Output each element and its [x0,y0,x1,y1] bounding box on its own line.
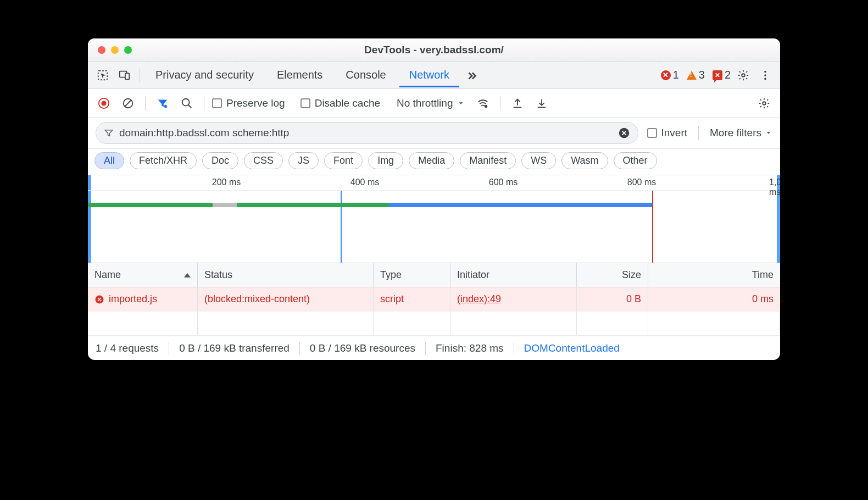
svg-point-11 [164,104,168,108]
issue-count-badge[interactable]: ✕2 [713,69,731,81]
warning-count: 3 [699,69,705,81]
minimize-window[interactable] [111,46,119,54]
chevron-down-icon [765,129,772,137]
separator [145,96,146,110]
more-filters-button[interactable]: More filters [710,127,772,139]
cell-name: imported.js [109,293,157,305]
filter-input[interactable]: domain:http.badssl.com scheme:http [96,122,638,144]
empty-row [88,312,780,336]
overview-bar [389,203,652,207]
settings-icon[interactable] [734,66,753,85]
devtools-window: DevTools - very.badssl.com/ Privacy and … [88,38,780,360]
more-tabs-icon[interactable] [463,66,481,85]
invert-label: Invert [661,127,688,139]
overview-bar [237,203,389,207]
filter-text: domain:http.badssl.com scheme:http [119,127,289,139]
request-row[interactable]: imported.js(blocked:mixed-content)script… [88,287,780,312]
network-toolbar: Preserve log Disable cache No throttling [88,89,780,118]
cell-status: (blocked:mixed-content) [198,287,374,311]
svg-line-13 [188,104,192,108]
tab-network[interactable]: Network [399,63,459,87]
type-filter-img[interactable]: Img [368,152,403,169]
download-har-icon[interactable] [532,94,551,113]
type-filter-css[interactable]: CSS [244,152,283,169]
resource-type-filter: AllFetch/XHRDocCSSJSFontImgMediaManifest… [88,149,780,175]
type-filter-fetchxhr[interactable]: Fetch/XHR [130,152,197,169]
svg-point-4 [764,70,766,73]
status-bar: 1 / 4 requests 0 B / 169 kB transferred … [88,336,780,360]
timeline-overview[interactable]: 200 ms400 ms600 ms800 ms1,000 ms [88,175,780,263]
type-filter-all[interactable]: All [94,152,124,169]
column-header-type[interactable]: Type [374,263,450,287]
throttling-value: No throttling [397,97,453,109]
ruler-tick: 400 ms [350,177,379,187]
tab-console[interactable]: Console [336,63,396,87]
upload-har-icon[interactable] [508,94,527,113]
column-header-size[interactable]: Size [577,263,648,287]
inspect-element-icon[interactable] [93,66,112,85]
zoom-window[interactable] [124,46,132,54]
search-icon[interactable] [177,94,196,113]
cell-size: 0 B [577,287,648,311]
disable-cache-checkbox[interactable]: Disable cache [301,97,380,109]
close-window[interactable] [98,46,105,54]
status-resources: 0 B / 169 kB resources [310,342,415,354]
throttling-select[interactable]: No throttling [393,97,468,109]
error-count-badge[interactable]: ✕1 [661,69,679,81]
svg-point-5 [764,74,766,76]
ruler-tick: 800 ms [627,177,656,187]
overview-ruler: 200 ms400 ms600 ms800 ms1,000 ms [88,175,780,191]
type-filter-media[interactable]: Media [409,152,454,169]
warning-count-badge[interactable]: 3 [687,69,705,81]
svg-point-15 [763,102,766,105]
type-filter-ws[interactable]: WS [521,152,556,169]
separator [500,96,500,110]
issue-counts[interactable]: ✕1 3 ✕2 [661,69,731,81]
filter-row: domain:http.badssl.com scheme:http Inver… [88,118,780,149]
column-header-initiator[interactable]: Initiator [450,263,577,287]
type-filter-font[interactable]: Font [324,152,363,169]
type-filter-wasm[interactable]: Wasm [561,152,608,169]
type-filter-manifest[interactable]: Manifest [460,152,516,169]
issue-count: 2 [725,69,731,81]
network-settings-icon[interactable] [755,94,774,113]
tab-elements[interactable]: Elements [267,63,332,87]
svg-rect-2 [125,73,129,79]
error-icon [94,295,104,304]
issue-icon: ✕ [713,70,722,80]
network-conditions-icon[interactable] [474,94,492,113]
device-toolbar-icon[interactable] [115,66,134,85]
record-button[interactable] [94,94,113,113]
overview-lanes [88,203,780,210]
status-transferred: 0 B / 169 kB transferred [179,342,290,354]
preserve-log-checkbox[interactable]: Preserve log [212,97,285,109]
kebab-menu-icon[interactable] [756,66,775,85]
svg-point-8 [101,101,106,105]
type-filter-other[interactable]: Other [614,152,657,169]
window-title: DevTools - very.badssl.com/ [88,44,780,56]
svg-line-10 [125,100,131,106]
tab-privacy-security[interactable]: Privacy and security [146,63,264,87]
cell-initiator-link[interactable]: (index):49 [457,293,501,305]
separator [140,68,140,82]
clear-filter-icon[interactable] [618,127,630,139]
type-filter-doc[interactable]: Doc [202,152,238,169]
separator [204,96,204,110]
svg-point-12 [182,98,190,105]
type-filter-js[interactable]: JS [288,152,319,169]
column-header-time[interactable]: Time [648,263,780,287]
ruler-tick: 600 ms [489,177,518,187]
filter-toggle-icon[interactable] [153,94,172,113]
separator [698,126,699,140]
column-header-status[interactable]: Status [198,263,374,287]
svg-point-6 [764,77,766,80]
overview-event-line [341,191,342,263]
column-header-name[interactable]: Name [88,263,198,287]
status-requests: 1 / 4 requests [96,342,159,354]
clear-log-icon[interactable] [119,94,137,113]
title-bar: DevTools - very.badssl.com/ [88,38,780,62]
status-domcontentloaded: DOMContentLoaded [524,342,620,354]
window-controls [88,46,132,54]
invert-checkbox[interactable]: Invert [647,127,688,139]
main-tabstrip: Privacy and security Elements Console Ne… [88,62,780,89]
